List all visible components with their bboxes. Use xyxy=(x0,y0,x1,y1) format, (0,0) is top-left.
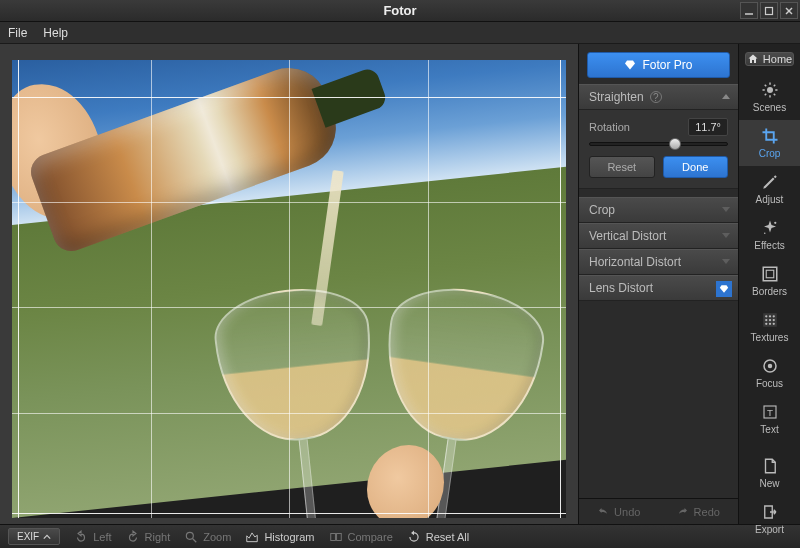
menu-bar: File Help xyxy=(0,22,800,44)
svg-point-28 xyxy=(767,364,772,369)
diamond-icon xyxy=(624,59,636,71)
reset-button[interactable]: Reset xyxy=(589,156,655,178)
svg-point-19 xyxy=(768,315,770,317)
svg-point-24 xyxy=(765,323,767,325)
home-button[interactable]: Home xyxy=(745,52,794,66)
help-icon[interactable]: ? xyxy=(650,91,662,103)
panel-lens-distort-header[interactable]: Lens Distort xyxy=(579,275,738,301)
svg-point-14 xyxy=(764,233,766,235)
svg-rect-15 xyxy=(763,267,777,281)
svg-line-10 xyxy=(773,94,775,96)
svg-point-13 xyxy=(774,222,776,224)
app-title: Fotor xyxy=(383,3,416,18)
svg-text:T: T xyxy=(767,407,773,418)
export-icon xyxy=(761,503,779,521)
panel-vertical-distort-header[interactable]: Vertical Distort xyxy=(579,223,738,249)
svg-point-4 xyxy=(767,87,773,93)
rotation-value[interactable]: 11.7° xyxy=(688,118,728,136)
exif-button[interactable]: EXIF xyxy=(8,528,60,545)
texture-icon xyxy=(761,311,779,329)
panel-crop-header[interactable]: Crop xyxy=(579,197,738,223)
svg-point-23 xyxy=(772,319,774,321)
redo-button[interactable]: Redo xyxy=(659,499,739,524)
right-toolbar: Home Scenes Crop Adjust Effects Borders … xyxy=(738,44,800,524)
svg-rect-16 xyxy=(766,270,774,278)
redo-icon xyxy=(677,506,689,518)
tool-text[interactable]: T Text xyxy=(739,396,800,442)
tool-adjust[interactable]: Adjust xyxy=(739,166,800,212)
chevron-left-icon xyxy=(722,233,730,238)
panel-straighten-body: Rotation 11.7° Reset Done xyxy=(579,110,738,189)
fotor-pro-button[interactable]: Fotor Pro xyxy=(587,52,730,78)
reset-icon xyxy=(407,530,421,544)
tool-textures[interactable]: Textures xyxy=(739,304,800,350)
svg-point-31 xyxy=(187,532,194,539)
menu-file[interactable]: File xyxy=(8,26,27,40)
canvas-area xyxy=(0,44,578,524)
title-bar: Fotor xyxy=(0,0,800,22)
sun-icon xyxy=(761,81,779,99)
photo-preview xyxy=(12,60,566,518)
text-icon: T xyxy=(761,403,779,421)
sparkle-icon xyxy=(761,219,779,237)
maximize-button[interactable] xyxy=(760,2,778,19)
pencil-icon xyxy=(761,173,779,191)
focus-icon xyxy=(761,357,779,375)
rotate-left-icon xyxy=(74,530,88,544)
tool-focus[interactable]: Focus xyxy=(739,350,800,396)
border-icon xyxy=(761,265,779,283)
svg-line-11 xyxy=(773,85,775,87)
compare-icon xyxy=(329,530,343,544)
svg-point-18 xyxy=(765,315,767,317)
svg-point-20 xyxy=(772,315,774,317)
rotate-right-button[interactable]: Right xyxy=(126,530,171,544)
tool-export[interactable]: Export xyxy=(739,496,800,542)
rotate-right-icon xyxy=(126,530,140,544)
undo-icon xyxy=(597,506,609,518)
file-icon xyxy=(761,457,779,475)
svg-point-22 xyxy=(768,319,770,321)
zoom-button[interactable]: Zoom xyxy=(184,530,231,544)
properties-panel: Fotor Pro Straighten ? Rotation 11.7° Re… xyxy=(578,44,738,524)
svg-line-12 xyxy=(764,94,766,96)
svg-point-21 xyxy=(765,319,767,321)
compare-button[interactable]: Compare xyxy=(329,530,393,544)
svg-rect-33 xyxy=(330,533,335,540)
home-icon xyxy=(747,53,759,65)
rotate-left-button[interactable]: Left xyxy=(74,530,111,544)
svg-line-9 xyxy=(764,85,766,87)
svg-point-26 xyxy=(772,323,774,325)
chevron-down-icon xyxy=(722,94,730,99)
rotation-label: Rotation xyxy=(589,121,630,133)
zoom-icon xyxy=(184,530,198,544)
svg-line-32 xyxy=(193,538,197,542)
crop-icon xyxy=(761,127,779,145)
tool-effects[interactable]: Effects xyxy=(739,212,800,258)
tool-borders[interactable]: Borders xyxy=(739,258,800,304)
svg-point-25 xyxy=(768,323,770,325)
reset-all-button[interactable]: Reset All xyxy=(407,530,469,544)
chevron-up-icon xyxy=(43,533,51,541)
menu-help[interactable]: Help xyxy=(43,26,68,40)
histogram-icon xyxy=(245,530,259,544)
image-canvas[interactable] xyxy=(12,60,566,518)
svg-rect-1 xyxy=(766,7,773,14)
rotation-slider-thumb[interactable] xyxy=(669,138,681,150)
tool-new[interactable]: New xyxy=(739,450,800,496)
undo-button[interactable]: Undo xyxy=(579,499,659,524)
bottom-bar: EXIF Left Right Zoom Histogram Compare R… xyxy=(0,524,800,548)
tool-crop[interactable]: Crop xyxy=(739,120,800,166)
pro-badge xyxy=(716,281,732,297)
panel-straighten-header[interactable]: Straighten ? xyxy=(579,84,738,110)
done-button[interactable]: Done xyxy=(663,156,729,178)
chevron-left-icon xyxy=(722,259,730,264)
histogram-button[interactable]: Histogram xyxy=(245,530,314,544)
panel-horizontal-distort-header[interactable]: Horizontal Distort xyxy=(579,249,738,275)
svg-rect-34 xyxy=(336,533,341,540)
close-button[interactable] xyxy=(780,2,798,19)
chevron-left-icon xyxy=(722,207,730,212)
tool-scenes[interactable]: Scenes xyxy=(739,74,800,120)
minimize-button[interactable] xyxy=(740,2,758,19)
rotation-slider[interactable] xyxy=(589,142,728,146)
